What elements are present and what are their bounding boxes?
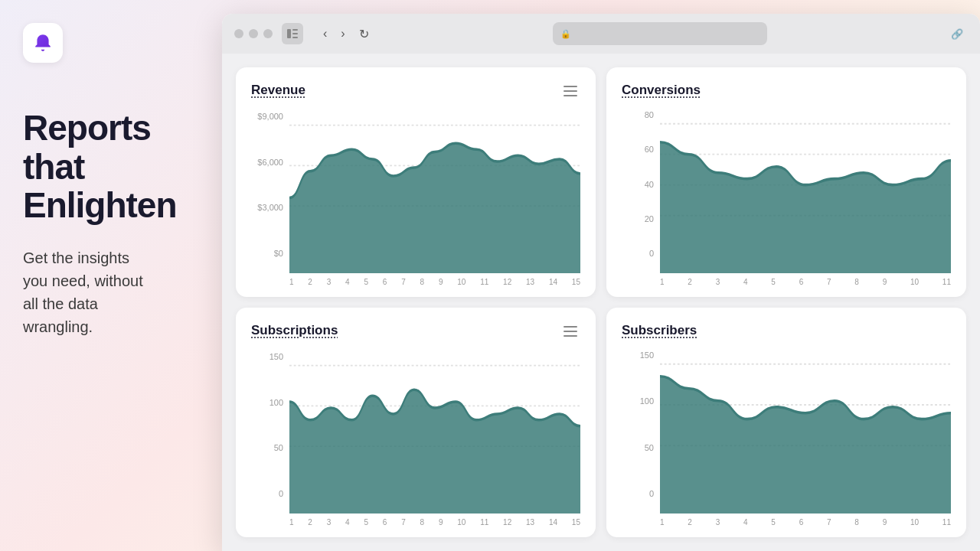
svg-rect-0 — [287, 29, 291, 38]
x-axis-label: 14 — [549, 518, 557, 527]
x-axis-label: 9 — [439, 518, 443, 527]
x-axis-label: 11 — [480, 518, 488, 527]
chart-svg-conversions — [660, 110, 951, 273]
chart-card-conversions: Conversions020406080 1234567891011 — [606, 67, 966, 297]
y-axis-label: 150 — [251, 352, 283, 361]
x-axis-label: 6 — [383, 278, 387, 286]
minimize-button[interactable] — [249, 29, 258, 38]
x-axis-label: 7 — [401, 518, 406, 527]
x-axis-label: 12 — [503, 278, 511, 286]
x-axis-label: 3 — [327, 278, 332, 286]
x-axis-label: 10 — [910, 278, 919, 286]
chart-title-subscribers: Subscribers — [622, 323, 697, 338]
back-button[interactable]: ‹ — [318, 24, 332, 44]
x-axis-label: 6 — [383, 518, 387, 527]
chart-header-revenue: Revenue — [251, 83, 580, 99]
y-axis-label: $6,000 — [251, 158, 283, 167]
x-axis: 1234567891011 — [622, 278, 951, 286]
x-axis-label: 1 — [289, 278, 294, 286]
chart-area-subscribers: 050100150 1234567891011 — [622, 350, 951, 527]
y-axis-label: 0 — [622, 249, 654, 258]
link-icon-btn[interactable]: 🔗 — [946, 23, 968, 44]
y-axis-label: 50 — [251, 443, 283, 452]
x-axis-label: 10 — [457, 278, 466, 286]
x-axis-label: 8 — [420, 278, 425, 286]
chart-header-conversions: Conversions — [622, 83, 951, 98]
x-axis-label: 1 — [660, 278, 665, 286]
x-axis-label: 6 — [799, 518, 804, 527]
x-axis-label: 5 — [771, 278, 776, 286]
chart-title-subscriptions: Subscriptions — [251, 323, 338, 338]
maximize-button[interactable] — [263, 29, 273, 38]
y-axis-label: $9,000 — [251, 112, 283, 121]
chart-header-subscriptions: Subscriptions — [251, 323, 580, 340]
y-axis-label: 40 — [622, 180, 654, 189]
chart-card-revenue: Revenue$0$3,000$6,000$9,000 123456789101… — [236, 67, 596, 297]
x-axis-label: 4 — [743, 518, 748, 527]
menu-icon-subscriptions[interactable] — [560, 323, 580, 340]
x-axis-label: 11 — [480, 278, 488, 286]
x-axis-label: 15 — [572, 518, 580, 527]
chart-svg-subscriptions — [289, 352, 580, 514]
x-axis-label: 6 — [799, 278, 804, 286]
x-axis-label: 9 — [883, 278, 887, 286]
chart-title-revenue: Revenue — [251, 83, 305, 98]
chart-header-subscribers: Subscribers — [622, 323, 951, 338]
sidebar-toggle[interactable] — [282, 23, 303, 44]
browser-toolbar: ‹ › ↻ 🔒 🔗 — [222, 14, 980, 54]
x-axis-label: 3 — [716, 518, 720, 527]
x-axis-label: 15 — [572, 278, 580, 286]
x-axis-label: 10 — [910, 518, 919, 527]
x-axis-label: 2 — [308, 518, 312, 527]
close-button[interactable] — [234, 29, 243, 38]
link-icon: 🔗 — [951, 28, 963, 40]
y-axis-label: 50 — [622, 443, 654, 452]
x-axis-label: 4 — [743, 278, 748, 286]
chart-svg-subscribers — [660, 350, 951, 514]
x-axis-label: 2 — [308, 278, 312, 286]
x-axis-label: 11 — [942, 518, 951, 527]
x-axis-label: 14 — [549, 278, 557, 286]
y-axis-label: 100 — [251, 398, 283, 407]
x-axis-label: 11 — [942, 278, 951, 286]
x-axis-label: 9 — [883, 518, 887, 527]
chart-title-conversions: Conversions — [622, 83, 701, 98]
y-axis-label: 0 — [251, 489, 283, 498]
forward-button[interactable]: › — [336, 24, 349, 44]
x-axis-label: 8 — [420, 518, 425, 527]
chart-area-revenue: $0$3,000$6,000$9,000 1234567891011121314… — [251, 112, 580, 286]
x-axis-label: 8 — [854, 518, 859, 527]
notification-icon-container[interactable] — [23, 23, 63, 63]
lock-icon: 🔒 — [560, 29, 571, 39]
y-axis-label: 150 — [622, 350, 654, 360]
x-axis-label: 2 — [688, 518, 692, 527]
chart-area-conversions: 020406080 1234567891011 — [622, 110, 951, 286]
svg-rect-3 — [292, 37, 298, 38]
x-axis-label: 3 — [716, 278, 720, 286]
y-axis-label: 60 — [622, 145, 654, 154]
address-bar[interactable]: 🔒 — [553, 22, 767, 45]
x-axis-label: 4 — [345, 518, 350, 527]
x-axis: 1234567891011 — [622, 518, 951, 527]
x-axis-label: 13 — [526, 278, 534, 286]
menu-icon-revenue[interactable] — [560, 83, 580, 99]
x-axis-label: 5 — [771, 518, 776, 527]
x-axis-label: 12 — [503, 518, 511, 527]
x-axis-label: 9 — [439, 278, 443, 286]
x-axis-label: 13 — [526, 518, 534, 527]
x-axis-label: 1 — [289, 518, 294, 527]
headline: Reports that Enlighten — [23, 109, 199, 225]
browser-content: Revenue$0$3,000$6,000$9,000 123456789101… — [222, 54, 980, 551]
y-axis-label: 0 — [622, 489, 654, 498]
refresh-button[interactable]: ↻ — [354, 24, 374, 44]
x-axis-label: 2 — [688, 278, 692, 286]
chart-card-subscribers: Subscribers050100150 1234567891011 — [606, 308, 966, 537]
y-axis-label: 100 — [622, 396, 654, 406]
y-axis-label: 20 — [622, 214, 654, 223]
y-axis-label: $3,000 — [251, 203, 283, 212]
x-axis-label: 10 — [457, 518, 466, 527]
chart-area-subscriptions: 050100150 123456789101112131415 — [251, 352, 580, 527]
nav-buttons: ‹ › ↻ — [318, 24, 374, 44]
sidebar-icon — [287, 29, 298, 38]
x-axis-label: 4 — [345, 278, 350, 286]
